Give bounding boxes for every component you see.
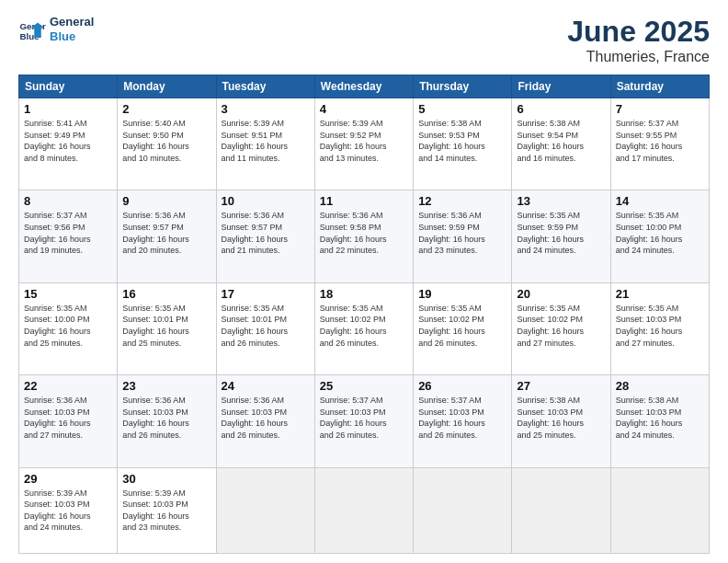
calendar-cell: 26Sunrise: 5:37 AMSunset: 10:03 PMDaylig…: [414, 375, 512, 467]
day-number: 1: [24, 102, 112, 116]
day-number: 2: [122, 102, 210, 116]
weekday-header-sunday: Sunday: [19, 75, 118, 98]
cell-info: Sunrise: 5:38 AMSunset: 9:54 PMDaylight:…: [517, 119, 584, 163]
day-number: 17: [222, 287, 310, 301]
calendar-week-3: 15Sunrise: 5:35 AMSunset: 10:00 PMDaylig…: [19, 282, 710, 374]
cell-info: Sunrise: 5:35 AMSunset: 10:02 PMDaylight…: [517, 304, 584, 348]
day-number: 14: [616, 194, 704, 208]
calendar-cell: 3Sunrise: 5:39 AMSunset: 9:51 PMDaylight…: [216, 98, 314, 190]
calendar-cell: 15Sunrise: 5:35 AMSunset: 10:00 PMDaylig…: [19, 282, 118, 374]
cell-info: Sunrise: 5:35 AMSunset: 10:02 PMDaylight…: [418, 304, 485, 348]
cell-info: Sunrise: 5:36 AMSunset: 10:03 PMDaylight…: [122, 396, 189, 440]
day-number: 26: [418, 379, 506, 393]
weekday-header-monday: Monday: [118, 75, 216, 98]
calendar-cell: 13Sunrise: 5:35 AMSunset: 9:59 PMDayligh…: [512, 190, 610, 282]
day-number: 13: [517, 194, 605, 208]
calendar-cell: 14Sunrise: 5:35 AMSunset: 10:00 PMDaylig…: [610, 190, 709, 282]
cell-info: Sunrise: 5:35 AMSunset: 10:00 PMDaylight…: [24, 304, 91, 348]
calendar-cell: 4Sunrise: 5:39 AMSunset: 9:52 PMDaylight…: [314, 98, 413, 190]
calendar-cell: 22Sunrise: 5:36 AMSunset: 10:03 PMDaylig…: [19, 375, 118, 467]
calendar-cell: 27Sunrise: 5:38 AMSunset: 10:03 PMDaylig…: [512, 375, 610, 467]
cell-info: Sunrise: 5:35 AMSunset: 10:01 PMDaylight…: [122, 304, 189, 348]
cell-info: Sunrise: 5:35 AMSunset: 10:01 PMDaylight…: [222, 304, 289, 348]
calendar-cell: 5Sunrise: 5:38 AMSunset: 9:53 PMDaylight…: [414, 98, 512, 190]
weekday-header-friday: Friday: [512, 75, 610, 98]
calendar-week-5: 29Sunrise: 5:39 AMSunset: 10:03 PMDaylig…: [19, 467, 710, 554]
cell-info: Sunrise: 5:40 AMSunset: 9:50 PMDaylight:…: [122, 119, 189, 163]
cell-info: Sunrise: 5:38 AMSunset: 9:53 PMDaylight:…: [418, 119, 485, 163]
cell-info: Sunrise: 5:39 AMSunset: 9:51 PMDaylight:…: [222, 119, 289, 163]
calendar-cell: 18Sunrise: 5:35 AMSunset: 10:02 PMDaylig…: [314, 282, 413, 374]
logo-icon: General Blue: [18, 16, 46, 43]
day-number: 24: [222, 379, 310, 393]
cell-info: Sunrise: 5:36 AMSunset: 9:59 PMDaylight:…: [418, 211, 485, 255]
day-number: 30: [122, 472, 210, 486]
calendar-week-2: 8Sunrise: 5:37 AMSunset: 9:56 PMDaylight…: [19, 190, 710, 282]
cell-info: Sunrise: 5:35 AMSunset: 10:03 PMDaylight…: [616, 304, 683, 348]
day-number: 21: [616, 287, 704, 301]
day-number: 16: [122, 287, 210, 301]
weekday-header-saturday: Saturday: [610, 75, 709, 98]
weekday-header-tuesday: Tuesday: [216, 75, 314, 98]
day-number: 28: [616, 379, 704, 393]
calendar-cell: 19Sunrise: 5:35 AMSunset: 10:02 PMDaylig…: [414, 282, 512, 374]
calendar-week-4: 22Sunrise: 5:36 AMSunset: 10:03 PMDaylig…: [19, 375, 710, 467]
calendar-cell: 10Sunrise: 5:36 AMSunset: 9:57 PMDayligh…: [216, 190, 314, 282]
cell-info: Sunrise: 5:36 AMSunset: 9:58 PMDaylight:…: [320, 211, 387, 255]
day-number: 29: [24, 472, 112, 486]
day-number: 15: [24, 287, 112, 301]
calendar-cell: 30Sunrise: 5:39 AMSunset: 10:03 PMDaylig…: [118, 467, 216, 554]
day-number: 7: [616, 102, 704, 116]
cell-info: Sunrise: 5:37 AMSunset: 10:03 PMDaylight…: [418, 396, 485, 440]
weekday-header-wednesday: Wednesday: [314, 75, 413, 98]
calendar-cell: 16Sunrise: 5:35 AMSunset: 10:01 PMDaylig…: [118, 282, 216, 374]
calendar-cell: [314, 467, 413, 554]
logo-blue: Blue: [50, 29, 94, 44]
cell-info: Sunrise: 5:37 AMSunset: 9:56 PMDaylight:…: [24, 211, 91, 255]
calendar-cell: [216, 467, 314, 554]
calendar-cell: 17Sunrise: 5:35 AMSunset: 10:01 PMDaylig…: [216, 282, 314, 374]
day-number: 11: [320, 194, 408, 208]
cell-info: Sunrise: 5:35 AMSunset: 10:00 PMDaylight…: [616, 211, 683, 255]
cell-info: Sunrise: 5:39 AMSunset: 10:03 PMDaylight…: [24, 488, 91, 533]
header: General Blue General Blue June 2025 Thum…: [18, 15, 710, 65]
cell-info: Sunrise: 5:38 AMSunset: 10:03 PMDaylight…: [517, 396, 584, 440]
cell-info: Sunrise: 5:35 AMSunset: 9:59 PMDaylight:…: [517, 211, 584, 255]
weekday-header-thursday: Thursday: [414, 75, 512, 98]
day-number: 12: [418, 194, 506, 208]
day-number: 6: [517, 102, 605, 116]
cell-info: Sunrise: 5:36 AMSunset: 10:03 PMDaylight…: [222, 396, 289, 440]
calendar-cell: 24Sunrise: 5:36 AMSunset: 10:03 PMDaylig…: [216, 375, 314, 467]
day-number: 23: [122, 379, 210, 393]
day-number: 10: [222, 194, 310, 208]
logo: General Blue General Blue: [18, 15, 94, 43]
cell-info: Sunrise: 5:41 AMSunset: 9:49 PMDaylight:…: [24, 119, 91, 163]
calendar-cell: 29Sunrise: 5:39 AMSunset: 10:03 PMDaylig…: [19, 467, 118, 554]
calendar-cell: 21Sunrise: 5:35 AMSunset: 10:03 PMDaylig…: [610, 282, 709, 374]
calendar-header-row: SundayMondayTuesdayWednesdayThursdayFrid…: [19, 75, 710, 98]
cell-info: Sunrise: 5:36 AMSunset: 10:03 PMDaylight…: [24, 396, 91, 440]
calendar-cell: 6Sunrise: 5:38 AMSunset: 9:54 PMDaylight…: [512, 98, 610, 190]
day-number: 27: [517, 379, 605, 393]
cell-info: Sunrise: 5:39 AMSunset: 10:03 PMDaylight…: [122, 488, 189, 533]
calendar-cell: 2Sunrise: 5:40 AMSunset: 9:50 PMDaylight…: [118, 98, 216, 190]
calendar-cell: [610, 467, 709, 554]
calendar-cell: [414, 467, 512, 554]
page: General Blue General Blue June 2025 Thum…: [0, 0, 728, 563]
calendar-cell: 7Sunrise: 5:37 AMSunset: 9:55 PMDaylight…: [610, 98, 709, 190]
cell-info: Sunrise: 5:35 AMSunset: 10:02 PMDaylight…: [320, 304, 387, 348]
calendar-cell: 11Sunrise: 5:36 AMSunset: 9:58 PMDayligh…: [314, 190, 413, 282]
cell-info: Sunrise: 5:39 AMSunset: 9:52 PMDaylight:…: [320, 119, 387, 163]
location-title: Thumeries, France: [567, 49, 710, 65]
calendar-cell: 9Sunrise: 5:36 AMSunset: 9:57 PMDaylight…: [118, 190, 216, 282]
calendar-cell: 23Sunrise: 5:36 AMSunset: 10:03 PMDaylig…: [118, 375, 216, 467]
day-number: 18: [320, 287, 408, 301]
calendar-table: SundayMondayTuesdayWednesdayThursdayFrid…: [18, 75, 710, 554]
day-number: 3: [222, 102, 310, 116]
cell-info: Sunrise: 5:38 AMSunset: 10:03 PMDaylight…: [616, 396, 683, 440]
calendar-cell: 25Sunrise: 5:37 AMSunset: 10:03 PMDaylig…: [314, 375, 413, 467]
calendar-cell: 20Sunrise: 5:35 AMSunset: 10:02 PMDaylig…: [512, 282, 610, 374]
day-number: 19: [418, 287, 506, 301]
calendar-cell: 1Sunrise: 5:41 AMSunset: 9:49 PMDaylight…: [19, 98, 118, 190]
calendar-week-1: 1Sunrise: 5:41 AMSunset: 9:49 PMDaylight…: [19, 98, 710, 190]
